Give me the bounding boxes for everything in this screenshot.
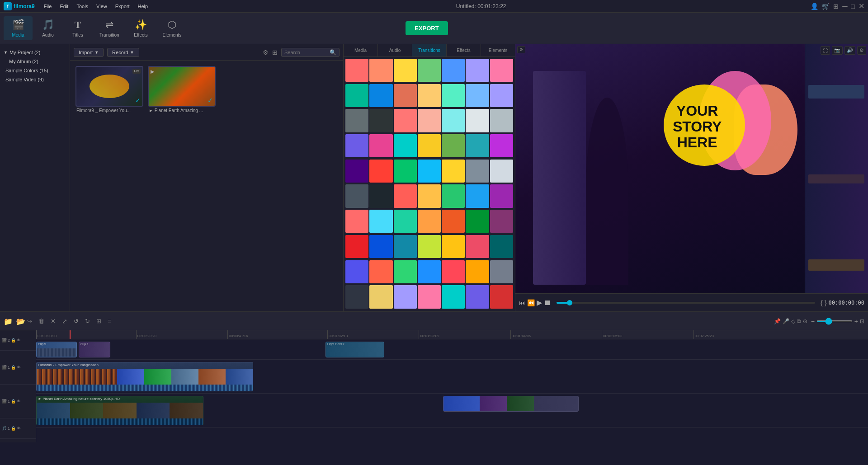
eff-item[interactable] <box>345 134 368 157</box>
eff-item[interactable] <box>442 109 465 132</box>
track-lock-v1[interactable]: 🔒 <box>11 365 16 370</box>
bracket-in[interactable]: { <box>821 299 823 306</box>
eff-item[interactable] <box>369 59 392 82</box>
eff-item[interactable] <box>490 160 513 183</box>
sidebar-item-video[interactable]: Sample Video (9) <box>0 75 70 84</box>
track-eye-v1[interactable]: 👁 <box>17 365 21 370</box>
eff-item[interactable] <box>466 160 489 183</box>
eff-item[interactable] <box>369 235 392 258</box>
eff-item[interactable] <box>369 260 392 283</box>
eff-item[interactable] <box>466 109 489 132</box>
eff-item[interactable] <box>466 134 489 157</box>
screenshot-icon[interactable]: 📷 <box>832 46 843 55</box>
eff-item[interactable] <box>418 285 441 308</box>
eff-item[interactable] <box>466 235 489 258</box>
eff-item[interactable] <box>418 109 441 132</box>
menu-tools[interactable]: Tools <box>73 3 92 10</box>
volume-icon[interactable]: 🔊 <box>844 46 855 55</box>
menu-file[interactable]: File <box>40 3 56 10</box>
eff-item[interactable] <box>466 210 489 233</box>
eff-item[interactable] <box>418 134 441 157</box>
eff-item[interactable] <box>345 285 368 308</box>
eff-item[interactable] <box>442 160 465 183</box>
eff-item[interactable] <box>490 235 513 258</box>
eff-item[interactable] <box>490 134 513 157</box>
eff-item[interactable] <box>466 59 489 82</box>
eff-item[interactable] <box>369 285 392 308</box>
track-eye-v2[interactable]: 👁 <box>17 338 21 343</box>
clip-v1b-extra[interactable] <box>443 396 579 412</box>
eff-item[interactable] <box>418 184 441 207</box>
undo2-button[interactable]: ↺ <box>71 316 81 326</box>
track-eye-a1[interactable]: 👁 <box>17 426 21 431</box>
sidebar-item-album[interactable]: My Album (2) <box>0 57 70 66</box>
eff-item[interactable] <box>345 109 368 132</box>
eff-item[interactable] <box>345 260 368 283</box>
eff-item[interactable] <box>394 160 417 183</box>
tab-effects[interactable]: Effects <box>447 44 481 56</box>
close-button[interactable]: ✕ <box>859 2 864 10</box>
eff-item[interactable] <box>369 184 392 207</box>
eff-item[interactable] <box>345 59 368 82</box>
user-icon[interactable]: 👤 <box>811 3 818 10</box>
filter-icon[interactable]: ⚙ <box>263 49 269 56</box>
eff-item[interactable] <box>490 59 513 82</box>
eff-item[interactable] <box>418 210 441 233</box>
keyframe-button[interactable]: ◇ <box>791 318 795 324</box>
menu-view[interactable]: View <box>93 3 111 10</box>
eff-item[interactable] <box>394 84 417 107</box>
eff-item[interactable] <box>442 210 465 233</box>
eff-item[interactable] <box>394 285 417 308</box>
eff-item[interactable] <box>418 84 441 107</box>
clip-planet-earth[interactable]: ► Planet Earth Amazing nature scenery 10… <box>36 396 203 425</box>
record-button[interactable]: Record ▼ <box>107 48 139 57</box>
tab-audio[interactable]: Audio <box>378 44 412 56</box>
track-eye-v1b[interactable]: 👁 <box>17 399 21 404</box>
clip-v2-1[interactable]: Clip 9 <box>36 342 77 357</box>
eff-item[interactable] <box>466 260 489 283</box>
tool-effects[interactable]: ✨ Effects <box>127 16 156 40</box>
eff-item[interactable] <box>394 260 417 283</box>
eff-item[interactable] <box>369 210 392 233</box>
eff-item[interactable] <box>490 210 513 233</box>
stop-button[interactable]: ⏹ <box>544 299 551 307</box>
eff-item[interactable] <box>466 184 489 207</box>
eff-item[interactable] <box>442 184 465 207</box>
minimize-button[interactable]: ─ <box>842 2 847 10</box>
play-button[interactable]: ▶ <box>537 298 542 307</box>
preview-settings-icon[interactable]: ⚙ <box>519 47 523 52</box>
cart-icon[interactable]: 🛒 <box>822 3 830 10</box>
transition2-button[interactable]: ⧉ <box>797 318 801 324</box>
eff-item[interactable] <box>442 235 465 258</box>
tool-audio[interactable]: 🎵 Audio <box>33 16 62 40</box>
track-lock-a1[interactable]: 🔒 <box>11 426 16 431</box>
maximize-button[interactable]: □ <box>851 3 855 10</box>
eff-item[interactable] <box>418 59 441 82</box>
eff-item[interactable] <box>345 184 368 207</box>
zoom-slider[interactable] <box>816 320 853 322</box>
motion-button[interactable]: ⊙ <box>803 318 807 324</box>
eff-item[interactable] <box>490 109 513 132</box>
split-button[interactable]: ⊞ <box>94 316 104 326</box>
media-item-2[interactable]: ✓ ▶ ► Planet Earth Amazing ... <box>148 66 216 306</box>
track-lock-v1b[interactable]: 🔒 <box>11 399 16 404</box>
eff-item[interactable] <box>394 109 417 132</box>
eff-item[interactable] <box>490 285 513 308</box>
eff-item[interactable] <box>369 84 392 107</box>
tool-titles[interactable]: T Titles <box>63 16 92 40</box>
clip-v2-3[interactable]: Light Gold 2 <box>326 342 384 357</box>
eff-item[interactable] <box>369 109 392 132</box>
search-box[interactable]: 🔍 <box>281 48 340 57</box>
eff-item[interactable] <box>418 235 441 258</box>
clip-main-video[interactable]: Filmora9 - Empower Your Imagination <box>36 362 253 391</box>
import-button[interactable]: Import ▼ <box>74 48 104 57</box>
grid-view-icon[interactable]: ⊞ <box>272 49 278 56</box>
eff-item[interactable] <box>394 210 417 233</box>
sidebar-project[interactable]: ▼ My Project (2) <box>0 48 70 57</box>
eff-item[interactable] <box>442 285 465 308</box>
eff-item[interactable] <box>394 235 417 258</box>
tool-media[interactable]: 🎬 Media <box>4 16 33 40</box>
eff-item[interactable] <box>418 260 441 283</box>
eff-item[interactable] <box>490 260 513 283</box>
search-input[interactable] <box>284 50 330 55</box>
